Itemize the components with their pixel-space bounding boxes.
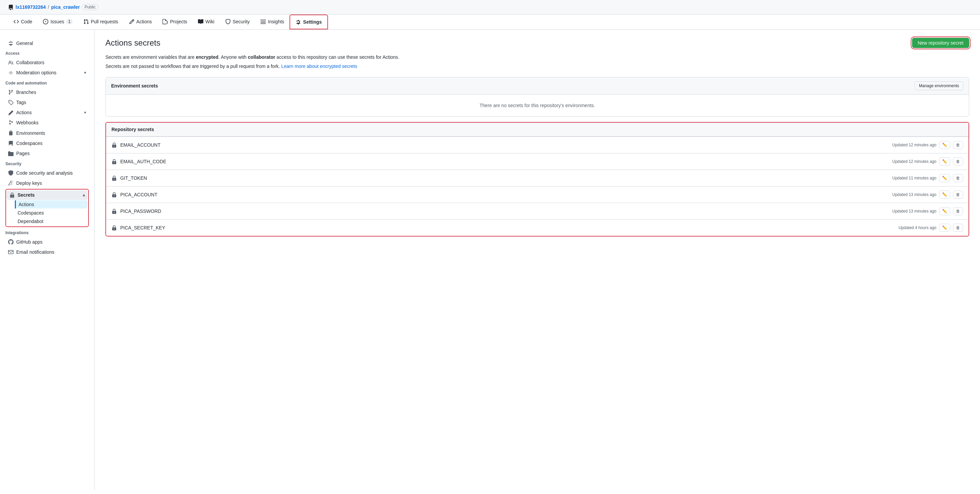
delete-secret-0[interactable]: 🗑 [953, 141, 963, 149]
sidebar-webhooks-label: Webhooks [16, 120, 38, 125]
tab-pull-requests[interactable]: Pull requests [78, 15, 124, 29]
sidebar-section-access: Access [5, 48, 89, 57]
sidebar-item-webhooks[interactable]: Webhooks [5, 118, 89, 128]
sidebar-item-pages[interactable]: Pages [5, 149, 89, 158]
sidebar-item-moderation[interactable]: Moderation options ▾ [5, 68, 89, 78]
shield-icon [8, 170, 14, 176]
sidebar-item-tags[interactable]: Tags [5, 97, 89, 107]
sidebar-item-email-notifications[interactable]: Email notifications [5, 247, 89, 257]
sidebar-section-code: Code and automation [5, 78, 89, 87]
sidebar-item-github-apps[interactable]: GitHub apps [5, 237, 89, 247]
secret-right-4: Updated 13 minutes ago ✏️ 🗑 [892, 207, 963, 215]
sidebar-item-environments[interactable]: Environments [5, 128, 89, 138]
sidebar-branches-label: Branches [16, 89, 36, 95]
people-icon [8, 59, 14, 65]
sidebar-item-secrets-dependabot[interactable]: Dependabot [15, 217, 88, 225]
sidebar-item-deploy-keys[interactable]: Deploy keys [5, 178, 89, 188]
sidebar-tags-label: Tags [16, 100, 26, 105]
desc-part1: Secrets are environment variables that a… [105, 54, 196, 60]
sidebar-item-general[interactable]: General [5, 38, 89, 48]
tab-issues-label: Issues [50, 19, 64, 24]
sidebar-item-code-security[interactable]: Code security and analysis [5, 168, 89, 178]
secret-row-git-token: GIT_TOKEN Updated 11 minutes ago ✏️ 🗑 [106, 170, 969, 186]
sidebar-secrets-label: Secrets [18, 192, 35, 198]
branch-icon [8, 89, 14, 95]
sidebar-section-integrations: Integrations [5, 228, 89, 236]
repo-name[interactable]: pica_crawler [51, 5, 80, 10]
secrets-description: Secrets are environment variables that a… [105, 53, 969, 61]
delete-secret-5[interactable]: 🗑 [953, 224, 963, 232]
edit-secret-0[interactable]: ✏️ [939, 141, 950, 149]
delete-secret-1[interactable]: 🗑 [953, 158, 963, 166]
moderation-icon [8, 70, 14, 76]
secret-row-pica-password: PICA_PASSWORD Updated 13 minutes ago ✏️ … [106, 203, 969, 219]
page-title: Actions secrets [105, 38, 161, 48]
tab-actions[interactable]: Actions [124, 15, 158, 29]
delete-secret-3[interactable]: 🗑 [953, 191, 963, 199]
secret-right-1: Updated 12 minutes ago ✏️ 🗑 [892, 158, 963, 166]
sidebar-codespaces-label: Codespaces [16, 140, 43, 146]
learn-more-link[interactable]: Learn more about encrypted secrets [282, 64, 357, 69]
sidebar-item-branches[interactable]: Branches [5, 87, 89, 97]
settings-sidebar: General Access Collaborators Moderation … [0, 30, 95, 490]
repo-secrets-header: Repository secrets [106, 123, 969, 137]
sidebar-item-secrets[interactable]: Secrets ▴ [7, 190, 88, 200]
codespaces-icon [8, 140, 14, 146]
edit-secret-5[interactable]: ✏️ [939, 224, 950, 232]
secret-right-3: Updated 13 minutes ago ✏️ 🗑 [892, 191, 963, 199]
tab-settings[interactable]: Settings [290, 14, 328, 29]
settings-content: Actions secrets New repository secret Se… [95, 30, 980, 490]
new-repository-secret-button[interactable]: New repository secret [912, 38, 969, 48]
tab-projects[interactable]: Projects [157, 15, 192, 29]
tab-code[interactable]: Code [8, 15, 38, 29]
repo-owner[interactable]: lx1169732264 [16, 5, 46, 10]
secret-row-pica-account: PICA_ACCOUNT Updated 13 minutes ago ✏️ 🗑 [106, 186, 969, 203]
manage-environments-button[interactable]: Manage environments [915, 81, 963, 90]
main-layout: General Access Collaborators Moderation … [0, 30, 980, 490]
sidebar-item-actions-settings[interactable]: Actions ▾ [5, 107, 89, 117]
sidebar-pages-label: Pages [16, 151, 30, 156]
secret-updated-4: Updated 13 minutes ago [892, 209, 936, 214]
lock-icon-3 [111, 192, 117, 198]
secret-name-1: EMAIL_AUTH_CODE [120, 159, 166, 164]
edit-secret-4[interactable]: ✏️ [939, 207, 950, 215]
sidebar-item-codespaces[interactable]: Codespaces [5, 138, 89, 148]
chevron-down-icon: ▾ [84, 70, 86, 75]
edit-secret-1[interactable]: ✏️ [939, 158, 950, 166]
sidebar-moderation-label: Moderation options [16, 70, 56, 75]
sidebar-general-label: General [16, 41, 33, 46]
secret-right-5: Updated 4 hours ago ✏️ 🗑 [899, 224, 963, 232]
tab-insights[interactable]: Insights [255, 15, 290, 29]
lock-icon-0 [111, 142, 117, 148]
sidebar-collaborators-label: Collaborators [16, 60, 44, 65]
sidebar-item-secrets-actions[interactable]: Actions [15, 200, 88, 209]
secret-right-2: Updated 11 minutes ago ✏️ 🗑 [892, 174, 963, 182]
desc-part3: access to this repository can use these … [275, 54, 399, 60]
chevron-down-icon-2: ▾ [84, 110, 86, 115]
lock-icon-4 [111, 209, 117, 214]
desc-part2: . Anyone with [219, 54, 248, 60]
repo-separator: / [48, 5, 49, 10]
sidebar-actions-label: Actions [16, 110, 32, 115]
repository-secrets-box: Repository secrets EMAIL_ACCOUNT Updated… [105, 122, 969, 236]
delete-secret-2[interactable]: 🗑 [953, 174, 963, 182]
lock-icon-2 [111, 175, 117, 181]
tab-projects-label: Projects [170, 19, 187, 24]
tab-security[interactable]: Security [220, 15, 255, 29]
tab-issues[interactable]: Issues 1 [38, 15, 78, 29]
environment-secrets-box: Environment secrets Manage environments … [105, 77, 969, 116]
sidebar-item-collaborators[interactable]: Collaborators [5, 57, 89, 67]
secret-left-email-account: EMAIL_ACCOUNT [111, 142, 161, 148]
tab-wiki[interactable]: Wiki [192, 15, 220, 29]
secret-right-0: Updated 12 minutes ago ✏️ 🗑 [892, 141, 963, 149]
delete-secret-4[interactable]: 🗑 [953, 207, 963, 215]
secret-left-3: PICA_ACCOUNT [111, 192, 158, 198]
lock-icon-1 [111, 159, 117, 164]
sidebar-item-secrets-codespaces[interactable]: Codespaces [15, 209, 88, 217]
issues-badge: 1 [66, 19, 73, 24]
edit-secret-2[interactable]: ✏️ [939, 174, 950, 182]
tab-wiki-label: Wiki [205, 19, 214, 24]
secret-name-2: GIT_TOKEN [120, 175, 147, 181]
edit-secret-3[interactable]: ✏️ [939, 191, 950, 199]
mail-icon [8, 249, 14, 255]
